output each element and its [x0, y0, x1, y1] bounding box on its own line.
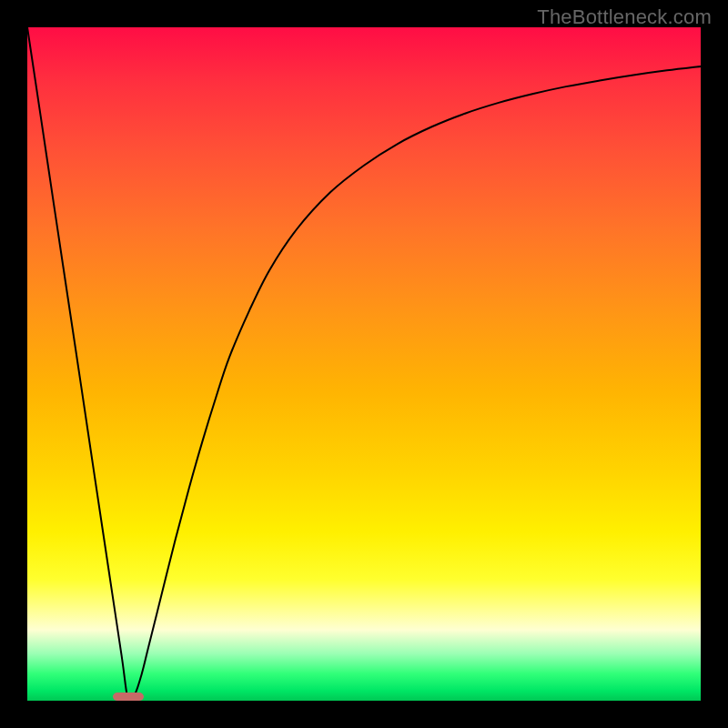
- watermark-text: TheBottleneck.com: [537, 5, 712, 29]
- bottleneck-curve: [27, 27, 701, 703]
- plot-area: [27, 27, 701, 701]
- chart-frame: TheBottleneck.com: [0, 0, 728, 728]
- chart-svg: [27, 27, 701, 701]
- minimum-marker: [113, 693, 144, 701]
